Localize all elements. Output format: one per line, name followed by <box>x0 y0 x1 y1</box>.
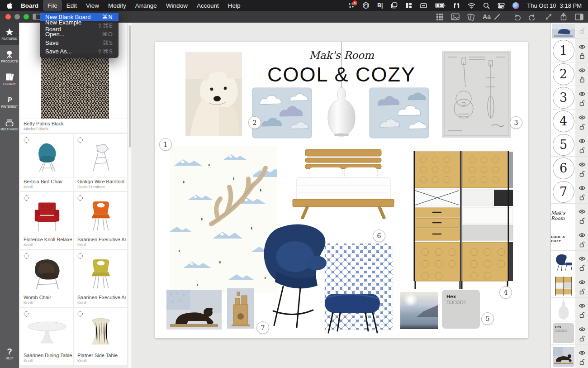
unlock-icon[interactable] <box>579 335 585 342</box>
status-battery-icon[interactable] <box>435 3 446 8</box>
menubar-clock[interactable]: Thu Oct 10 3:18 PM <box>527 2 582 9</box>
layer-row-hex-thumb[interactable]: Hex D3D3D1 <box>551 321 588 345</box>
layer-row-bear-thumb[interactable] <box>551 345 588 368</box>
unlock-icon[interactable] <box>579 123 585 130</box>
board-badge-6[interactable]: 6 <box>373 229 385 242</box>
bed[interactable] <box>284 148 403 221</box>
rail-item-multi-page[interactable]: MULTI-PAGE <box>0 113 19 136</box>
pendant-lamp[interactable] <box>318 86 365 142</box>
text-tool-icon[interactable]: Aa <box>481 13 493 21</box>
unlock-icon[interactable] <box>579 311 585 318</box>
board-badge-2[interactable]: 2 <box>248 116 261 129</box>
visibility-eye-icon[interactable] <box>579 349 586 354</box>
visibility-eye-icon[interactable] <box>579 278 586 283</box>
menu-item-new-example-board[interactable]: New Example Board⇧⌘E <box>40 21 119 30</box>
menu-arrange[interactable]: Arrange <box>131 0 161 11</box>
product-card-bertoia-bird-chair[interactable]: Bertoia Bird Chair Knoll <box>20 134 73 191</box>
layer-row-6[interactable]: 6 <box>551 157 588 180</box>
zoom-window-button[interactable] <box>24 14 29 19</box>
unlock-icon[interactable] <box>579 194 585 201</box>
bear-figurine-photo[interactable] <box>166 290 222 331</box>
redo-icon[interactable] <box>527 13 536 21</box>
status-copy-icon[interactable] <box>390 2 398 9</box>
visibility-eye-icon[interactable] <box>579 67 586 72</box>
grid-tool-icon[interactable] <box>436 13 444 21</box>
visibility-eye-icon[interactable] <box>579 208 586 213</box>
board-subtitle[interactable]: Mak's Room <box>274 49 409 61</box>
product-card-saarinen-exec-yellow[interactable]: Saarinen Executive Armless... Knoll <box>74 250 127 307</box>
visibility-eye-icon[interactable] <box>579 325 586 330</box>
layer-row-lamp-thumb[interactable] <box>551 298 588 321</box>
status-window-split-icon[interactable] <box>405 2 412 9</box>
guitar-patent-print[interactable] <box>442 51 511 139</box>
visibility-eye-icon[interactable] <box>579 255 586 260</box>
visibility-eye-icon[interactable] <box>579 161 586 166</box>
apple-menu-icon[interactable] <box>6 2 13 9</box>
board-badge-3[interactable]: 3 <box>510 116 522 129</box>
layer-row-subtitle[interactable]: Mak's Room <box>551 204 588 227</box>
visibility-eye-icon[interactable] <box>579 137 586 142</box>
layer-row-partial[interactable] <box>551 23 588 39</box>
cloud-pillow-left[interactable] <box>252 87 312 140</box>
products-scrollbar-thumb[interactable] <box>129 25 131 148</box>
status-control-center-icon[interactable] <box>498 3 505 9</box>
rail-item-pinterest[interactable]: P PINTEREST <box>0 91 19 113</box>
canvas-area[interactable]: Mak's Room COOL & COZY <box>132 23 550 368</box>
unlock-icon[interactable] <box>579 288 585 295</box>
layer-row-chair-thumb[interactable] <box>551 251 588 274</box>
layer-row-shelf-thumb[interactable] <box>551 274 588 298</box>
menu-modify[interactable]: Modify <box>104 0 131 11</box>
undo-icon[interactable] <box>513 13 522 21</box>
share-icon[interactable] <box>559 13 568 21</box>
cloud-pillow-right[interactable] <box>369 87 430 140</box>
visibility-eye-icon[interactable] <box>579 43 586 48</box>
layer-row-3[interactable]: 3 <box>551 86 588 110</box>
product-card-platner-side-table[interactable]: Platner Side Table Knoll <box>74 308 127 365</box>
board-badge-4[interactable]: 4 <box>499 286 512 299</box>
product-card-womb-chair[interactable]: Womb Chair Knoll <box>20 250 73 307</box>
polar-bear-photo[interactable] <box>185 52 242 138</box>
status-wifi-icon[interactable] <box>468 3 475 9</box>
lock-icon[interactable] <box>579 76 585 83</box>
board-title[interactable]: COOL & COZY <box>228 63 455 86</box>
menu-file[interactable]: File <box>43 0 62 11</box>
board-badge-7[interactable]: 7 <box>256 321 269 334</box>
unlock-icon[interactable] <box>579 27 585 34</box>
unlock-icon[interactable] <box>579 358 585 365</box>
menubar-app-name[interactable]: Board <box>16 0 43 11</box>
visibility-eye-icon[interactable] <box>579 231 586 236</box>
visibility-eye-icon[interactable] <box>579 184 586 189</box>
wood-blocks-photo[interactable] <box>227 288 254 330</box>
close-window-button[interactable] <box>5 14 11 19</box>
mood-board[interactable]: Mak's Room COOL & COZY <box>155 42 528 338</box>
status-airpods-icon[interactable] <box>453 2 460 9</box>
unlock-icon[interactable] <box>579 100 585 106</box>
product-card-saarinen-dining-table[interactable]: Saarinen Dining Table - 78 Knoll <box>20 308 73 365</box>
layer-row-1[interactable]: 1 <box>551 39 588 62</box>
hex-color-swatch[interactable]: Hex D3D3D1 <box>442 290 480 329</box>
layer-row-5[interactable]: 5 <box>551 133 588 157</box>
status-bear-icon[interactable]: B| <box>377 2 383 9</box>
menu-help[interactable]: Help <box>223 0 245 11</box>
minimize-window-button[interactable] <box>14 14 20 19</box>
rail-item-help[interactable]: ? HELP <box>0 343 19 365</box>
unlock-icon[interactable] <box>579 170 585 177</box>
panel-toggle-icon[interactable] <box>575 13 583 21</box>
rail-item-library[interactable]: LIBRARY <box>0 68 19 91</box>
pencil-tool-icon[interactable] <box>493 13 501 21</box>
product-card-saarinen-exec-orange[interactable]: Saarinen Executive Armless... Knoll <box>74 192 127 249</box>
unlock-icon[interactable] <box>579 241 585 248</box>
menu-item-save-as[interactable]: Save As...⇧⌘S <box>40 47 119 56</box>
visibility-eye-icon[interactable] <box>579 302 586 307</box>
swatches-tool-icon[interactable] <box>466 13 475 21</box>
visibility-eye-icon[interactable] <box>579 114 586 119</box>
status-search-icon[interactable] <box>483 2 490 9</box>
menu-edit[interactable]: Edit <box>62 0 81 11</box>
menu-account[interactable]: Account <box>192 0 223 11</box>
fullscreen-icon[interactable] <box>544 13 553 21</box>
storage-unit[interactable] <box>407 147 516 291</box>
unlock-icon[interactable] <box>579 147 585 153</box>
status-app-icon[interactable]: 6 <box>348 2 355 9</box>
status-siri-icon[interactable] <box>512 2 519 9</box>
status-swirl-icon[interactable] <box>362 2 370 9</box>
